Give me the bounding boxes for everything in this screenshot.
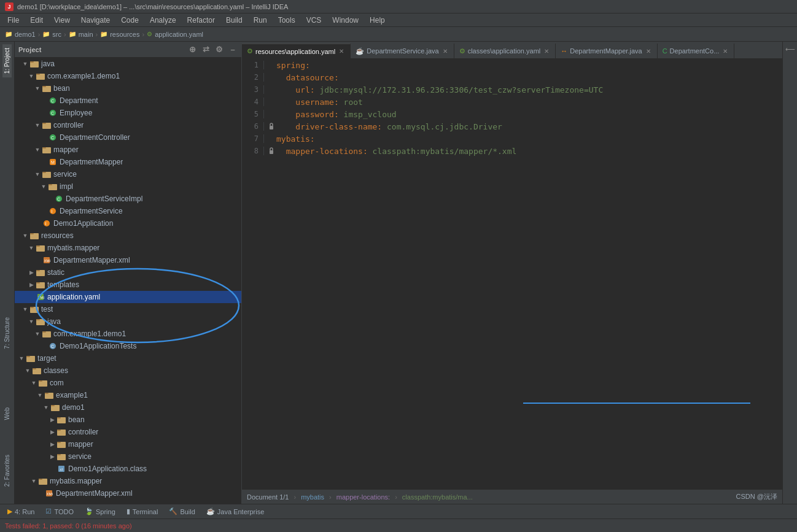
menu-help[interactable]: Help — [365, 15, 390, 26]
tree-item-com_example1_demo1[interactable]: com.example1.demo1 — [15, 70, 241, 82]
tree-item-resources[interactable]: resources — [15, 229, 241, 242]
tree-item-demo1application[interactable]: IDemo1Application — [15, 217, 241, 229]
menu-run[interactable]: Run — [249, 15, 272, 26]
panel-icon-minimize[interactable]: – — [228, 45, 238, 55]
panel-icon-sync[interactable]: ⊕ — [187, 45, 197, 55]
bottom-tab-todo[interactable]: ☑ TODO — [41, 506, 79, 517]
line-code[interactable]: spring: — [276, 61, 310, 70]
tree-item-departmentmapper_xml[interactable]: XMLDepartmentMapper.xml — [15, 487, 241, 499]
tree-item-controller[interactable]: controller — [15, 119, 241, 131]
tree-item-application_yaml[interactable]: YMLapplication.yaml — [15, 291, 241, 303]
line-code[interactable]: url: jdbc:mysql://172.31.96.236:3306/tes… — [276, 85, 603, 94]
tree-item-example1[interactable]: example1 — [15, 389, 241, 401]
tree-item-departmentmapper_xml[interactable]: XMLDepartmentMapper.xml — [15, 254, 241, 266]
tree-item-classes[interactable]: classes — [15, 364, 241, 377]
menu-refactor[interactable]: Refactor — [182, 15, 220, 26]
je-label: Java Enterprise — [217, 508, 264, 515]
sidebar-tab-project[interactable]: 1: Project — [2, 44, 12, 77]
menu-build[interactable]: Build — [221, 15, 247, 26]
tree-item-templates[interactable]: templates — [15, 279, 241, 291]
tree-item-target[interactable]: target — [15, 352, 241, 364]
tree-item-departmentcontroller[interactable]: CDepartmentController — [15, 131, 241, 144]
menu-analyze[interactable]: Analyze — [145, 15, 181, 26]
line-code[interactable]: datasource: — [276, 73, 339, 82]
tree-item-label: templates — [47, 280, 79, 289]
editor-content[interactable]: 1spring:2 datasource:3 url: jdbc:mysql:/… — [242, 59, 782, 489]
tree-item-bean[interactable]: bean — [15, 414, 241, 426]
tree-item-java[interactable]: java — [15, 315, 241, 328]
tab-department-co[interactable]: C DepartmentCo... ✕ — [658, 44, 735, 58]
tree-item-label: Employee — [60, 109, 92, 117]
bottom-tab-spring[interactable]: 🍃 Spring — [80, 506, 120, 517]
resources-icon: 📁 — [100, 31, 107, 37]
tab-close-service[interactable]: ✕ — [441, 48, 449, 55]
tree-item-icon — [38, 476, 48, 486]
tree-item-controller[interactable]: controller — [15, 426, 241, 438]
tree-item-departmentserviceimpl[interactable]: CDepartmentServiceImpl — [15, 193, 241, 205]
menu-window[interactable]: Window — [327, 15, 364, 26]
tree-item-com_example1_demo1[interactable]: com.example1.demo1 — [15, 328, 241, 340]
menu-edit[interactable]: Edit — [25, 15, 48, 26]
tree-item-icon — [56, 415, 66, 425]
tree-item-impl[interactable]: impl — [15, 180, 241, 193]
panel-icon-toggle[interactable]: ⇄ — [201, 45, 211, 55]
line-code[interactable]: mapper-locations: classpath:mybatis/mapp… — [276, 147, 516, 156]
tree-item-com[interactable]: com — [15, 377, 241, 389]
tree-item-employee[interactable]: CEmployee — [15, 107, 241, 119]
tab-application-yaml[interactable]: ⚙ resources\application.yaml ✕ — [242, 44, 351, 58]
tree-item-department[interactable]: CDepartment — [15, 94, 241, 107]
menu-file[interactable]: File — [2, 15, 24, 26]
tree-item-demo1[interactable]: demo1 — [15, 401, 241, 414]
tree-item-static[interactable]: static — [15, 266, 241, 279]
tab-classes-yaml[interactable]: ⚙ classes\application.yaml ✕ — [454, 44, 556, 58]
bottom-tab-run[interactable]: ▶ 4: Run — [2, 506, 39, 517]
tree-item-label: application.yaml — [47, 293, 100, 301]
tree-item-mapper[interactable]: mapper — [15, 144, 241, 156]
line-code[interactable]: driver-class-name: com.mysql.cj.jdbc.Dri… — [276, 122, 502, 131]
tree-item-mapper[interactable]: mapper — [15, 438, 241, 450]
tree-item-bean[interactable]: bean — [15, 82, 241, 94]
tree-item-test[interactable]: test — [15, 303, 241, 315]
panel-icon-settings[interactable]: ⚙ — [214, 45, 224, 55]
tree-item-mybatis_mapper[interactable]: mybatis.mapper — [15, 242, 241, 254]
tab-department-mapper-java[interactable]: ↔ DepartmentMapper.java ✕ — [556, 44, 657, 58]
menu-view[interactable]: View — [49, 15, 75, 26]
editor-line-3: 3 url: jdbc:mysql://172.31.96.236:3306/t… — [242, 83, 782, 96]
tab-department-service[interactable]: ☕ DepartmentService.java ✕ — [351, 44, 454, 58]
tree-item-departmentmapper[interactable]: MDepartmentMapper — [15, 156, 241, 168]
sidebar-tab-structure[interactable]: 7: Structure — [2, 314, 12, 353]
breadcrumb-resources[interactable]: resources — [110, 31, 139, 38]
tree-item-label: DepartmentMapper — [60, 158, 123, 166]
tree-item-demo1applicationtests[interactable]: CDemo1ApplicationTests — [15, 340, 241, 352]
tree-item-icon: C — [54, 194, 64, 204]
tree-item-java[interactable]: java — [15, 58, 241, 70]
breadcrumb-src[interactable]: src — [52, 31, 61, 38]
line-code[interactable]: mybatis: — [276, 134, 315, 144]
right-icon-1[interactable]: ⟵ — [784, 44, 796, 55]
tab-close-dept-co[interactable]: ✕ — [721, 48, 729, 55]
breadcrumb-demo1[interactable]: demo1 — [15, 31, 36, 38]
tree-item-mybatis_mapper[interactable]: mybatis.mapper — [15, 475, 241, 487]
tree-item-service[interactable]: service — [15, 450, 241, 463]
menu-vcs[interactable]: VCS — [301, 15, 327, 26]
breadcrumb-yaml[interactable]: application.yaml — [155, 31, 203, 38]
sidebar-tab-web[interactable]: Web — [2, 404, 12, 423]
tree-item-label: Demo1Application — [53, 219, 113, 228]
sidebar-tab-favorites[interactable]: 2: Favorites — [2, 451, 12, 490]
tree-item-departmentservice[interactable]: IDepartmentService — [15, 205, 241, 217]
tree-item-demo1application_class[interactable]: .clDemo1Application.class — [15, 463, 241, 475]
bottom-tab-java-enterprise[interactable]: ☕ Java Enterprise — [201, 506, 269, 517]
right-sidebar: ⟵ — [782, 42, 797, 504]
tab-close-classes-yaml[interactable]: ✕ — [543, 48, 550, 55]
tab-close-yaml[interactable]: ✕ — [338, 48, 345, 55]
bottom-tab-terminal[interactable]: ▮ Terminal — [122, 506, 163, 517]
menu-navigate[interactable]: Navigate — [76, 15, 115, 26]
tab-close-mapper-java[interactable]: ✕ — [645, 48, 652, 55]
line-code[interactable]: password: imsp_vcloud — [276, 110, 397, 119]
menu-tools[interactable]: Tools — [273, 15, 300, 26]
line-code[interactable]: username: root — [276, 98, 363, 107]
tree-item-service[interactable]: service — [15, 168, 241, 180]
bottom-tab-build[interactable]: 🔨 Build — [164, 506, 200, 517]
breadcrumb-main[interactable]: main — [79, 31, 93, 38]
menu-code[interactable]: Code — [116, 15, 144, 26]
